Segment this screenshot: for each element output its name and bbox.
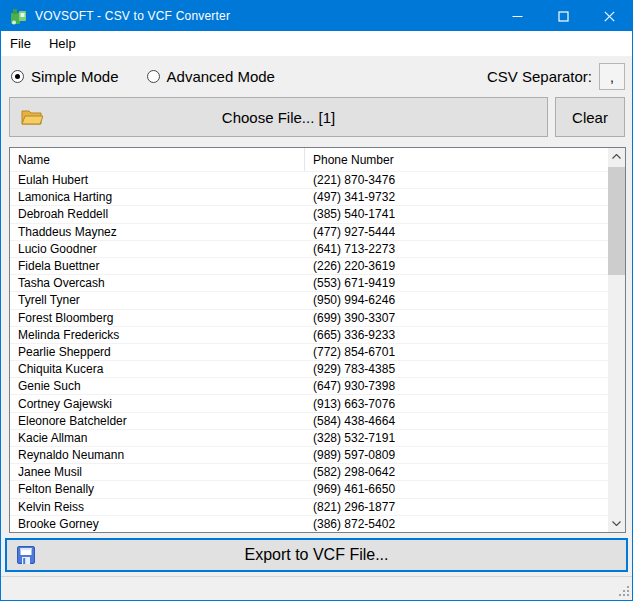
cell-phone: (647) 930-7398 [305,378,608,394]
table-row[interactable]: Reynaldo Neumann (989) 597-0809 [10,446,608,463]
close-button[interactable] [586,1,632,31]
cell-phone: (584) 438-4664 [305,413,608,429]
floppy-disk-icon [17,546,35,564]
maximize-button[interactable] [540,1,586,31]
cell-phone: (328) 532-7191 [305,430,608,446]
radio-label-advanced: Advanced Mode [167,68,275,85]
table-row[interactable]: Melinda Fredericks (665) 336-9233 [10,326,608,343]
table-row[interactable]: Felton Benally (969) 461-6650 [10,480,608,497]
minimize-icon [512,11,523,22]
menubar: File Help [1,31,632,56]
table-row[interactable]: Tyrell Tyner (950) 994-6246 [10,291,608,308]
radio-simple-mode[interactable]: Simple Mode [11,68,119,85]
chevron-up-icon [612,154,621,159]
cell-phone: (950) 994-6246 [305,292,608,308]
cell-phone: (929) 783-4385 [305,361,608,377]
cell-name: Eulah Hubert [10,172,305,188]
cell-phone: (641) 713-2273 [305,241,608,257]
cell-name: Chiquita Kucera [10,361,305,377]
cell-name: Pearlie Shepperd [10,344,305,360]
cell-name: Tyrell Tyner [10,292,305,308]
cell-name: Fidela Buettner [10,258,305,274]
cell-phone: (477) 927-5444 [305,224,608,240]
maximize-icon [558,11,569,22]
table-row[interactable]: Kacie Allman (328) 532-7191 [10,429,608,446]
cell-name: Debroah Reddell [10,206,305,222]
choose-file-label: Choose File... [1] [222,109,335,126]
table-row[interactable]: Fidela Buettner (226) 220-3619 [10,257,608,274]
cell-phone: (497) 341-9732 [305,189,608,205]
table-row[interactable]: Lucio Goodner (641) 713-2273 [10,240,608,257]
table-row[interactable]: Genie Such (647) 930-7398 [10,377,608,394]
table-row[interactable]: Chiquita Kucera (929) 783-4385 [10,360,608,377]
cell-phone: (553) 671-9419 [305,275,608,291]
cell-name: Lamonica Harting [10,189,305,205]
file-row: Choose File... [1] Clear [9,97,625,137]
radio-circle-advanced [147,70,160,83]
clear-label: Clear [572,109,608,126]
cell-name: Felton Benally [10,481,305,497]
choose-file-button[interactable]: Choose File... [1] [9,97,548,137]
table-row[interactable]: Debroah Reddell (385) 540-1741 [10,205,608,222]
cell-name: Lucio Goodner [10,241,305,257]
cell-name: Kelvin Reiss [10,499,305,515]
cell-name: Melinda Fredericks [10,327,305,343]
table-row[interactable]: Eulah Hubert (221) 870-3476 [10,171,608,188]
statusbar [1,576,632,600]
menu-file[interactable]: File [1,32,40,55]
vertical-scrollbar[interactable] [608,148,625,532]
cell-name: Forest Bloomberg [10,310,305,326]
cell-phone: (989) 597-0809 [305,447,608,463]
table-row[interactable]: Forest Bloomberg (699) 390-3307 [10,309,608,326]
mode-radio-group: Simple Mode Advanced Mode [11,68,275,85]
scroll-up-button[interactable] [608,148,625,165]
table-row[interactable]: Brooke Gorney (386) 872-5402 [10,515,608,532]
contacts-table: Name Phone Number Eulah Hubert (221) 870… [9,147,626,533]
table-row[interactable]: Pearlie Shepperd (772) 854-6701 [10,343,608,360]
cell-phone: (386) 872-5402 [305,516,608,532]
table-body: Eulah Hubert (221) 870-3476 Lamonica Har… [10,171,608,532]
cell-phone: (699) 390-3307 [305,310,608,326]
export-button[interactable]: Export to VCF File... [5,538,628,572]
cell-phone: (772) 854-6701 [305,344,608,360]
cell-phone: (913) 663-7076 [305,395,608,411]
table-row[interactable]: Janee Musil (582) 298-0642 [10,463,608,480]
table-row[interactable]: Kelvin Reiss (821) 296-1877 [10,498,608,515]
cell-phone: (385) 540-1741 [305,206,608,222]
mode-row: Simple Mode Advanced Mode CSV Separator:… [1,56,632,97]
cell-name: Brooke Gorney [10,516,305,532]
cell-name: Thaddeus Maynez [10,224,305,240]
table-row[interactable]: Lamonica Harting (497) 341-9732 [10,188,608,205]
cell-phone: (221) 870-3476 [305,172,608,188]
cell-phone: (969) 461-6650 [305,481,608,497]
menu-help[interactable]: Help [40,32,85,55]
cell-phone: (821) 296-1877 [305,499,608,515]
vovsoft-logo-icon [10,8,27,25]
table-header: Name Phone Number [10,148,608,171]
column-header-phone[interactable]: Phone Number [305,148,608,171]
minimize-button[interactable] [494,1,540,31]
cell-name: Kacie Allman [10,430,305,446]
table-row[interactable]: Cortney Gajewski (913) 663-7076 [10,394,608,411]
scroll-down-button[interactable] [608,515,625,532]
table-row[interactable]: Eleonore Batchelder (584) 438-4664 [10,412,608,429]
cell-name: Eleonore Batchelder [10,413,305,429]
clear-button[interactable]: Clear [555,97,625,137]
titlebar[interactable]: VOVSOFT - CSV to VCF Converter [1,1,632,31]
cell-name: Cortney Gajewski [10,395,305,411]
caption-buttons [494,1,632,31]
table-row[interactable]: Tasha Overcash (553) 671-9419 [10,274,608,291]
window-title: VOVSOFT - CSV to VCF Converter [35,9,230,23]
resize-grip[interactable] [618,586,629,597]
csv-separator-input[interactable]: , [599,63,625,90]
chevron-down-icon [612,521,621,526]
column-header-name[interactable]: Name [10,148,305,171]
table-row[interactable]: Thaddeus Maynez (477) 927-5444 [10,223,608,240]
radio-circle-simple [11,70,24,83]
cell-phone: (665) 336-9233 [305,327,608,343]
cell-name: Janee Musil [10,464,305,480]
radio-advanced-mode[interactable]: Advanced Mode [147,68,275,85]
cell-phone: (582) 298-0642 [305,464,608,480]
scrollbar-thumb[interactable] [608,167,625,275]
cell-name: Tasha Overcash [10,275,305,291]
